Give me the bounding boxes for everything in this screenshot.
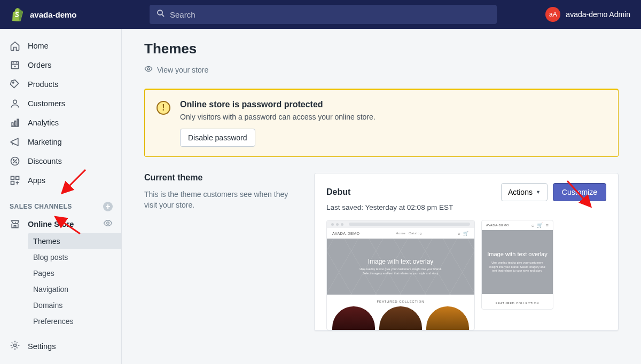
nav-home[interactable]: Home — [0, 36, 121, 56]
view-your-store-link[interactable]: View your store — [144, 65, 619, 75]
avatar[interactable]: aA — [545, 7, 560, 22]
nav-orders[interactable]: Orders — [0, 56, 121, 75]
disable-password-button[interactable]: Disable password — [180, 129, 255, 147]
orders-icon — [10, 60, 20, 70]
preview-mobile-featured: FEATURED COLLECTION — [482, 294, 553, 309]
nav-marketing[interactable]: Marketing — [0, 132, 121, 152]
preview-nav-home: Home — [396, 232, 405, 235]
sidebar: Home Orders Products Customers Analytics… — [0, 29, 122, 364]
svg-rect-13 — [11, 177, 14, 180]
add-channel-button[interactable] — [103, 202, 113, 211]
search-bar[interactable] — [150, 5, 497, 24]
browser-chrome — [327, 220, 474, 228]
svg-rect-2 — [11, 61, 18, 68]
sales-channels-heading: SALES CHANNELS — [10, 203, 72, 210]
settings-icon — [10, 340, 20, 352]
store-name: avada-demo — [30, 10, 77, 19]
view-store-icon[interactable] — [103, 218, 113, 230]
svg-rect-7 — [14, 121, 16, 126]
theme-name: Debut — [326, 187, 350, 197]
preview-mobile-hero-sub: Use overlay text to give your customers … — [487, 261, 548, 273]
eye-icon — [144, 65, 153, 75]
search-icon — [156, 9, 166, 20]
customize-button[interactable]: Customize — [553, 183, 606, 201]
svg-line-1 — [162, 14, 164, 17]
preview-mobile-icons: ⌕🛒≡ — [531, 223, 549, 228]
warning-icon: ! — [157, 101, 170, 115]
shopify-logo-icon — [11, 7, 24, 21]
svg-point-20 — [107, 222, 110, 225]
preview-brand-mobile: AVADA-DEMO — [486, 224, 509, 227]
svg-point-12 — [16, 162, 17, 163]
nav-products[interactable]: Products — [0, 75, 121, 94]
subnav-domains[interactable]: Domains — [28, 297, 121, 313]
sidebar-online-store[interactable]: Online Store — [0, 215, 121, 233]
svg-point-24 — [147, 68, 150, 70]
admin-name: avada-demo Admin — [566, 10, 630, 19]
desktop-preview: AVADA-DEMO HomeCatalog ⌕🛒 Image with tex… — [326, 220, 475, 330]
banner-title: Online store is password protected — [180, 100, 376, 109]
last-saved-text: Last saved: Yesterday at 02:08 pm EST — [326, 203, 606, 211]
theme-previews: AVADA-DEMO HomeCatalog ⌕🛒 Image with tex… — [326, 220, 606, 330]
marketing-icon — [10, 137, 20, 147]
online-store-icon — [10, 219, 20, 230]
settings-label: Settings — [28, 342, 56, 351]
analytics-icon — [10, 117, 20, 128]
preview-hero-sub: Use overlay text to give your customers … — [359, 267, 441, 272]
nav-settings[interactable]: Settings — [0, 336, 121, 357]
subnav-blog-posts[interactable]: Blog posts — [28, 249, 121, 265]
search-input[interactable] — [170, 10, 490, 19]
svg-point-11 — [13, 160, 14, 161]
subnav-pages[interactable]: Pages — [28, 265, 121, 281]
actions-label: Actions — [508, 188, 533, 196]
nav-label: Marketing — [28, 138, 62, 146]
nav-label: Apps — [28, 176, 45, 185]
nav-customers[interactable]: Customers — [0, 94, 121, 113]
discounts-icon — [10, 156, 20, 167]
preview-header-icons: ⌕🛒 — [458, 231, 469, 236]
customers-icon — [10, 98, 20, 109]
preview-brand: AVADA-DEMO — [332, 232, 360, 235]
svg-point-3 — [12, 82, 14, 83]
svg-rect-6 — [12, 123, 13, 126]
svg-rect-15 — [11, 181, 14, 185]
top-bar: avada-demo aA avada-demo Admin — [0, 0, 641, 29]
products-icon — [10, 79, 20, 90]
nav-label: Analytics — [28, 118, 59, 127]
svg-rect-14 — [16, 177, 19, 180]
preview-featured-label: FEATURED COLLECTION — [327, 295, 474, 304]
theme-card: Debut Actions ▼ Customize Last saved: Ye… — [314, 173, 619, 331]
apps-icon — [10, 175, 20, 186]
actions-dropdown-button[interactable]: Actions ▼ — [501, 183, 548, 201]
nav-label: Home — [28, 42, 49, 50]
nav-apps[interactable]: Apps — [0, 171, 121, 190]
preview-mobile-hero-title: Image with text overlay — [487, 251, 548, 258]
subnav-themes[interactable]: Themes — [28, 233, 121, 249]
subnav-navigation[interactable]: Navigation — [28, 281, 121, 297]
banner-subtitle: Only visitors with a password can access… — [180, 113, 376, 121]
view-store-label: View your store — [157, 66, 208, 74]
svg-point-0 — [158, 10, 162, 15]
nav-label: Discounts — [28, 157, 62, 165]
main-content: Themes View your store ! Online store is… — [122, 29, 641, 364]
current-theme-heading: Current theme — [144, 173, 298, 183]
subnav-preferences[interactable]: Preferences — [28, 313, 121, 329]
preview-products — [327, 304, 474, 330]
preview-nav-catalog: Catalog — [409, 232, 422, 235]
nav-discounts[interactable]: Discounts — [0, 152, 121, 171]
password-banner: ! Online store is password protected Onl… — [144, 89, 619, 157]
preview-hero-sub: Select imagery and text that relates to … — [363, 272, 439, 276]
current-theme-description: This is the theme customers see when the… — [144, 189, 298, 211]
chevron-down-icon: ▼ — [536, 189, 541, 195]
nav-label: Products — [28, 80, 58, 89]
preview-hero-title: Image with text overlay — [368, 258, 434, 265]
mobile-preview: AVADA-DEMO ⌕🛒≡ Image with text overlay U… — [481, 220, 553, 310]
nav-label: Customers — [28, 99, 65, 108]
nav-label: Orders — [28, 61, 51, 69]
svg-point-21 — [14, 344, 17, 347]
home-icon — [10, 41, 20, 51]
nav-analytics[interactable]: Analytics — [0, 113, 121, 132]
svg-rect-8 — [17, 119, 18, 126]
page-title: Themes — [144, 41, 619, 57]
channel-label: Online Store — [28, 220, 74, 228]
